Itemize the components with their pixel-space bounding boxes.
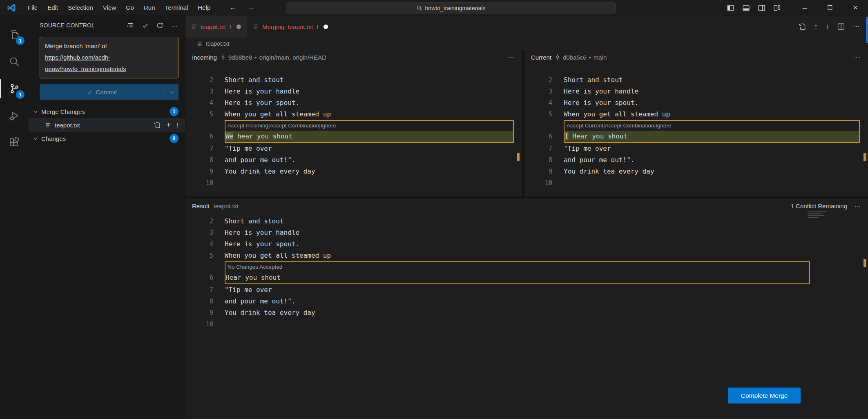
ignore-link[interactable]: Ignore	[656, 121, 671, 131]
tab-merging-teapot[interactable]: Merging: teapot.txt !	[247, 16, 334, 38]
accept-combination-link[interactable]: Accept Combination	[605, 121, 654, 131]
code-line[interactable]: 2Short and stout	[524, 74, 868, 86]
code-line[interactable]: 5When you get all steamed up	[185, 109, 522, 120]
code-line[interactable]: 2Short and stout	[185, 74, 522, 86]
window-maximize-button[interactable]: ☐	[817, 0, 843, 16]
code-line[interactable]: 10	[185, 319, 868, 330]
incoming-code-after: 7"Tip me over8and pour me out!".9You dri…	[185, 143, 522, 189]
toggle-panel-icon[interactable]	[740, 2, 752, 14]
source-control-view-icon[interactable]: 1	[0, 75, 29, 102]
code-line[interactable]: 2Short and stout	[185, 216, 868, 227]
merge-changes-section[interactable]: Merge Changes 1	[29, 105, 185, 118]
stage-changes-icon[interactable]: +	[166, 120, 171, 129]
tab-teapot[interactable]: teapot.txt !	[185, 16, 247, 38]
current-conflict-line[interactable]: I Hear you shout	[565, 131, 859, 142]
code-line[interactable]: 7"Tip me over	[524, 143, 868, 154]
ignore-link[interactable]: Ignore	[321, 121, 336, 131]
line-number: 7	[524, 143, 564, 154]
current-refs: main	[594, 54, 607, 61]
changes-section[interactable]: Changes 0	[29, 132, 185, 145]
more-actions-icon[interactable]: ···	[853, 22, 860, 31]
code-line[interactable]: 7"Tip me over	[185, 143, 522, 154]
more-actions-icon[interactable]: ···	[853, 53, 861, 61]
commit-message-input[interactable]: Merge branch 'main' of https://github.co…	[40, 37, 179, 78]
window-minimize-button[interactable]: ─	[792, 0, 817, 16]
commit-button[interactable]: ✓ Commit	[40, 84, 179, 100]
more-actions-icon[interactable]: ···	[507, 53, 515, 61]
accept-combination-link[interactable]: Accept Combination	[270, 121, 319, 131]
conflict-status-mark: !	[176, 122, 179, 129]
code-line[interactable]: 5When you get all steamed up	[524, 109, 868, 120]
menu-go[interactable]: Go	[121, 0, 139, 16]
incoming-conflict-line[interactable]: We hear you shout	[225, 131, 513, 142]
accept-current-link[interactable]: Accept Current	[567, 121, 603, 131]
refresh-icon[interactable]	[155, 20, 165, 30]
conflict-overview-marker	[517, 153, 520, 161]
code-line[interactable]: 8and pour me out!".	[524, 154, 868, 166]
open-changes-icon[interactable]	[798, 23, 806, 31]
toggle-secondary-sidebar-icon[interactable]	[755, 2, 768, 14]
line-text: When you get all steamed up	[225, 250, 331, 261]
code-line[interactable]: 9You drink tea every day	[524, 166, 868, 177]
scm-file-teapot[interactable]: teapot.txt + !	[29, 118, 185, 132]
nav-forward-icon[interactable]: →	[244, 3, 258, 12]
toggle-sidebar-icon[interactable]	[724, 2, 736, 14]
code-line[interactable]: 5When you get all steamed up	[185, 250, 868, 261]
incoming-conflict-box: Accept Incoming | Accept Combination | I…	[225, 120, 514, 143]
code-line[interactable]: 8and pour me out!".	[185, 154, 522, 166]
code-line[interactable]: 7"Tip me over	[185, 284, 868, 296]
breadcrumb[interactable]: teapot.txt	[185, 38, 868, 50]
code-line[interactable]: 8and pour me out!".	[185, 296, 868, 307]
tab-modified-dot[interactable]	[324, 25, 328, 29]
window-close-button[interactable]: ✕	[843, 0, 868, 16]
menu-help[interactable]: Help	[193, 0, 215, 16]
code-line[interactable]: 3Here is your handle	[524, 86, 868, 97]
menu-edit[interactable]: Edit	[42, 0, 63, 16]
extensions-icon[interactable]	[0, 129, 29, 156]
vscode-window: File Edit Selection View Go Run Terminal…	[0, 0, 868, 419]
complete-merge-button[interactable]: Complete Merge	[728, 388, 801, 403]
nav-back-icon[interactable]: ←	[226, 3, 240, 12]
code-line[interactable]: 4Here is your spout.	[185, 97, 522, 109]
line-text: "Tip me over	[225, 143, 272, 154]
split-editor-icon[interactable]	[837, 23, 845, 30]
open-file-icon[interactable]	[154, 122, 161, 129]
code-line[interactable]: 4Here is your spout.	[185, 238, 868, 250]
explorer-icon[interactable]: 1	[0, 21, 29, 48]
file-icon	[197, 41, 203, 47]
line-text: Short and stout	[225, 216, 284, 227]
view-as-tree-icon[interactable]	[125, 20, 135, 30]
search-view-icon[interactable]	[0, 48, 29, 75]
result-conflict-label: No Changes Accepted	[225, 262, 809, 272]
command-center-search[interactable]: howto_trainingmaterials	[286, 2, 616, 13]
code-line[interactable]: 10	[524, 177, 868, 189]
menu-run[interactable]: Run	[139, 0, 160, 16]
menu-selection[interactable]: Selection	[63, 0, 98, 16]
customize-layout-icon[interactable]	[771, 2, 783, 14]
run-debug-icon[interactable]	[0, 102, 29, 129]
next-conflict-icon[interactable]: ↓	[826, 22, 830, 31]
previous-conflict-icon[interactable]: ↑	[814, 22, 818, 31]
line-text: Here is your spout.	[225, 97, 299, 109]
more-actions-icon[interactable]: ···	[170, 20, 179, 30]
changes-label: Changes	[41, 135, 170, 142]
code-line[interactable]: 3Here is your handle	[185, 227, 868, 238]
code-line[interactable]: 4Here is your spout.	[524, 97, 868, 109]
accept-incoming-link[interactable]: Accept Incoming	[228, 121, 268, 131]
commit-check-icon[interactable]	[140, 20, 150, 30]
menu-view[interactable]: View	[98, 0, 121, 16]
git-commit-icon	[555, 54, 560, 60]
code-line[interactable]: 10	[185, 177, 522, 189]
code-line[interactable]: 9You drink tea every day	[185, 166, 522, 177]
result-conflict-line[interactable]: Hear you shout	[225, 272, 809, 283]
result-title: Result	[192, 203, 210, 210]
menu-file[interactable]: File	[23, 0, 42, 16]
line-text: "Tip me over	[225, 284, 272, 296]
more-actions-icon[interactable]: ···	[855, 203, 861, 210]
menu-terminal[interactable]: Terminal	[160, 0, 193, 16]
commit-dropdown-button[interactable]	[165, 84, 179, 100]
code-line[interactable]: 9You drink tea every day	[185, 307, 868, 319]
code-line[interactable]: 3Here is your handle	[185, 86, 522, 97]
tab-modified-dot[interactable]	[237, 25, 241, 29]
minimap	[808, 211, 827, 222]
